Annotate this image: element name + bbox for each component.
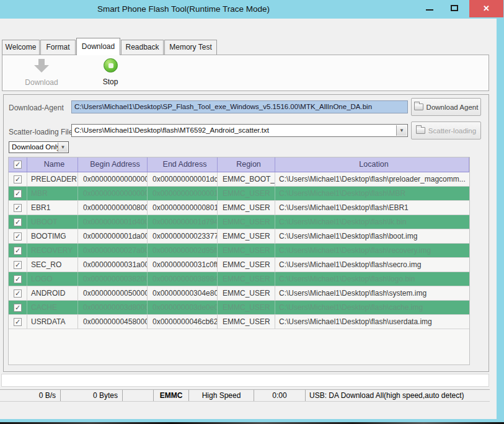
status-bar: 0 B/s 0 Bytes EMMC High Speed 0:00 USB: … bbox=[0, 389, 490, 402]
column-header-begin-address[interactable]: Begin Address bbox=[78, 157, 148, 172]
table-row[interactable]: ✓ USRDATA 0x0000000045800000 0x000000004… bbox=[9, 315, 469, 329]
folder-icon bbox=[414, 104, 423, 110]
toolbar: Download Stop bbox=[2, 55, 489, 91]
row-checkbox[interactable]: ✓ bbox=[14, 261, 22, 269]
table-header: ✓ Name Begin Address End Address Region … bbox=[9, 157, 469, 172]
partition-name: BOOTIMG bbox=[27, 229, 78, 243]
partition-name: LOGO bbox=[27, 272, 78, 286]
download-agent-button-label: Download Agent bbox=[427, 104, 479, 111]
status-storage-type: EMMC bbox=[154, 390, 189, 401]
file-location: C:\Users\Michael1\Desktop\flash\logo.bin bbox=[275, 272, 469, 286]
download-agent-button[interactable]: Download Agent bbox=[411, 98, 481, 116]
maximize-button[interactable] bbox=[443, 0, 466, 17]
row-checkbox[interactable]: ✓ bbox=[14, 289, 22, 298]
table-row[interactable]: ✓ ANDROID 0x0000000005000000 0x000000003… bbox=[9, 286, 469, 301]
row-checkbox-cell: ✓ bbox=[9, 215, 27, 229]
region: EMMC_USER bbox=[218, 286, 275, 300]
dropdown-arrow-icon[interactable]: ▼ bbox=[396, 125, 407, 136]
region: EMMC_USER bbox=[218, 229, 275, 243]
dropdown-arrow-icon[interactable]: ▼ bbox=[58, 143, 68, 152]
column-header-name[interactable]: Name bbox=[27, 157, 78, 172]
file-location: C:\Users\Michael1\Desktop\flash\preloade… bbox=[275, 172, 469, 186]
row-checkbox-cell: ✓ bbox=[9, 258, 27, 272]
table-row[interactable]: ✓ CACHE 0x000000003d800000 0x000000003de… bbox=[9, 301, 469, 315]
partition-name: RECOVERY bbox=[27, 244, 78, 257]
table-row[interactable]: ✓ EBR1 0x0000000000080000 0x000000000008… bbox=[9, 201, 469, 215]
row-checkbox[interactable]: ✓ bbox=[14, 232, 22, 241]
header-checkbox-cell: ✓ bbox=[9, 157, 27, 172]
begin-address: 0x0000000000000000 bbox=[78, 172, 148, 186]
file-location: C:\Users\Michael1\Desktop\flash\cache.im… bbox=[275, 301, 469, 314]
titlebar: Smart Phone Flash Tool(Runtime Trace Mod… bbox=[0, 0, 504, 19]
column-header-end-address[interactable]: End Address bbox=[148, 157, 218, 172]
begin-address: 0x00000000027a0000 bbox=[78, 244, 148, 257]
row-checkbox-cell: ✓ bbox=[9, 187, 27, 200]
end-address: 0x000000000001dcc7 bbox=[148, 172, 218, 186]
scatter-file-value: C:\Users\Michael1\Desktop\flash\MT6592_A… bbox=[74, 126, 269, 134]
end-address: 0x00000000000001ff bbox=[148, 187, 218, 200]
status-empty bbox=[123, 390, 154, 401]
region: EMMC_BOOT_1 bbox=[218, 172, 275, 186]
tab-format[interactable]: Format bbox=[40, 40, 76, 55]
scatter-file-combobox[interactable]: C:\Users\Michael1\Desktop\flash\MT6592_A… bbox=[71, 124, 408, 137]
maximize-icon bbox=[451, 5, 458, 11]
row-checkbox-cell: ✓ bbox=[9, 286, 27, 300]
partition-name: PRELOADER bbox=[27, 172, 78, 186]
file-location: C:\Users\Michael1\Desktop\flash\EBR1 bbox=[275, 201, 469, 214]
table-row[interactable]: ✓ RECOVERY 0x00000000027a0000 0x00000000… bbox=[9, 244, 469, 258]
row-checkbox[interactable]: ✓ bbox=[14, 247, 22, 255]
download-mode-combobox[interactable]: Download Only ▼ bbox=[9, 141, 69, 153]
tab-readback[interactable]: Readback bbox=[121, 40, 164, 55]
region: EMMC_USER bbox=[218, 272, 275, 286]
begin-address: 0x0000000000080000 bbox=[78, 201, 148, 214]
file-location: C:\Users\Michael1\Desktop\flash\recovery… bbox=[275, 244, 469, 257]
row-checkbox[interactable]: ✓ bbox=[14, 304, 22, 312]
stop-button-label: Stop bbox=[87, 77, 134, 86]
tab-download[interactable]: Download bbox=[76, 38, 120, 55]
close-button[interactable]: ✕ bbox=[469, 0, 503, 17]
stop-icon bbox=[104, 58, 118, 73]
download-agent-field[interactable]: C:\Users\Michael1\Desktop\SP_Flash_Tool_… bbox=[71, 100, 408, 113]
table-row[interactable]: ✓ BOOTIMG 0x0000000001da0000 0x000000000… bbox=[9, 229, 469, 244]
row-checkbox[interactable]: ✓ bbox=[14, 175, 22, 183]
scatter-loading-button[interactable]: Scatter-loading bbox=[411, 121, 481, 139]
minimize-icon bbox=[426, 9, 433, 11]
stop-button[interactable]: Stop bbox=[87, 58, 134, 89]
folder-icon bbox=[416, 127, 425, 134]
minimize-button[interactable] bbox=[419, 0, 440, 17]
row-checkbox-cell: ✓ bbox=[9, 301, 27, 314]
select-all-checkbox[interactable]: ✓ bbox=[14, 161, 22, 169]
progress-bar bbox=[1, 374, 489, 387]
row-checkbox[interactable]: ✓ bbox=[14, 218, 22, 226]
window-title: Smart Phone Flash Tool(Runtime Trace Mod… bbox=[0, 0, 367, 19]
begin-address: 0x0000000001d40000 bbox=[78, 215, 148, 229]
table-row[interactable]: ✓ PRELOADER 0x0000000000000000 0x0000000… bbox=[9, 172, 469, 187]
tab-memory-test[interactable]: Memory Test bbox=[164, 40, 217, 55]
download-button[interactable]: Download bbox=[18, 58, 65, 89]
column-header-location[interactable]: Location bbox=[275, 157, 469, 172]
row-checkbox-cell: ✓ bbox=[9, 272, 27, 286]
file-location: C:\Users\Michael1\Desktop\flash\secro.im… bbox=[275, 258, 469, 272]
region: EMMC_USER bbox=[218, 215, 275, 229]
begin-address: 0x0000000005000000 bbox=[78, 286, 148, 300]
table-row[interactable]: ✓ UBOOT 0x0000000001d40000 0x0000000001d… bbox=[9, 215, 469, 229]
end-address: 0x00000000031c0fff bbox=[148, 258, 218, 272]
table-row[interactable]: ✓ LOGO 0x0000000003820000 0x000000000389… bbox=[9, 272, 469, 286]
row-checkbox-cell: ✓ bbox=[9, 315, 27, 329]
end-address: 0x0000000002d95fff bbox=[148, 244, 218, 257]
begin-address: 0x0000000000000000 bbox=[78, 187, 148, 200]
table-row[interactable]: ✓ SEC_RO 0x00000000031a0000 0x0000000003… bbox=[9, 258, 469, 272]
column-header-region[interactable]: Region bbox=[218, 157, 275, 172]
region: EMMC_USER bbox=[218, 301, 275, 314]
row-checkbox[interactable]: ✓ bbox=[14, 318, 22, 326]
table-row[interactable]: ✓ MBR 0x0000000000000000 0x0000000000000… bbox=[9, 187, 469, 201]
tab-welcome[interactable]: Welcome bbox=[2, 40, 40, 55]
partition-name: SEC_RO bbox=[27, 258, 78, 272]
download-agent-label: Download-Agent bbox=[9, 104, 64, 112]
partition-table: ✓ Name Begin Address End Address Region … bbox=[8, 157, 470, 365]
row-checkbox[interactable]: ✓ bbox=[14, 275, 22, 283]
end-address: 0x00000000000801ff bbox=[148, 201, 218, 214]
row-checkbox[interactable]: ✓ bbox=[14, 190, 22, 198]
row-checkbox[interactable]: ✓ bbox=[14, 204, 22, 212]
table-body: ✓ PRELOADER 0x0000000000000000 0x0000000… bbox=[9, 172, 469, 329]
